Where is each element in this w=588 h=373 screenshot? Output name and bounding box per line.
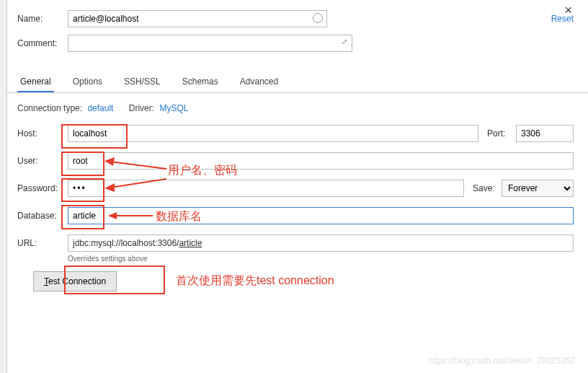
url-db: article [179,238,202,248]
user-label: User: [17,156,68,166]
url-prefix: jdbc:mysql://localhost:3306/ [73,238,179,248]
url-label: URL: [17,238,68,248]
database-input[interactable] [68,207,574,224]
save-label: Save: [473,183,502,193]
password-input[interactable] [68,180,464,197]
host-label: Host: [17,128,68,139]
save-select[interactable]: Forever [502,180,574,197]
name-label: Name: [17,14,68,24]
left-gutter [0,0,7,373]
host-input[interactable] [68,125,478,142]
password-label: Password: [17,183,68,193]
connection-type-row: Connection type: default Driver: MySQL [17,103,574,113]
tab-advanced[interactable]: Advanced [237,72,281,92]
database-label: Database: [17,211,68,221]
tab-ssh-ssl[interactable]: SSH/SSL [121,72,164,92]
tab-general[interactable]: General [17,72,54,92]
connection-type-value[interactable]: default [87,103,113,113]
url-note: Overrides settings above [68,255,574,263]
comment-label: Comment: [17,38,68,48]
driver-label: Driver: [129,103,154,113]
watermark: https://blog.csdn.net/weixin_39025362 [428,356,575,366]
tab-schemas[interactable]: Schemas [179,72,221,92]
connection-type-label: Connection type: [17,103,82,113]
url-input[interactable]: jdbc:mysql://localhost:3306/article [68,234,574,252]
close-icon[interactable]: × [564,3,572,18]
tabs: General Options SSH/SSL Schemas Advanced [7,72,588,93]
port-input[interactable] [516,125,574,142]
user-input[interactable] [68,152,574,170]
test-btn-rest: est Connection [48,276,106,286]
comment-input[interactable]: ⤢ [68,35,352,52]
driver-value[interactable]: MySQL [159,103,188,113]
port-label: Port: [487,128,516,139]
name-input[interactable] [68,10,327,27]
expand-icon[interactable]: ⤢ [342,38,347,45]
test-connection-button[interactable]: Test Connection [33,271,117,291]
circle-icon[interactable] [313,13,323,23]
tab-options[interactable]: Options [70,72,105,92]
